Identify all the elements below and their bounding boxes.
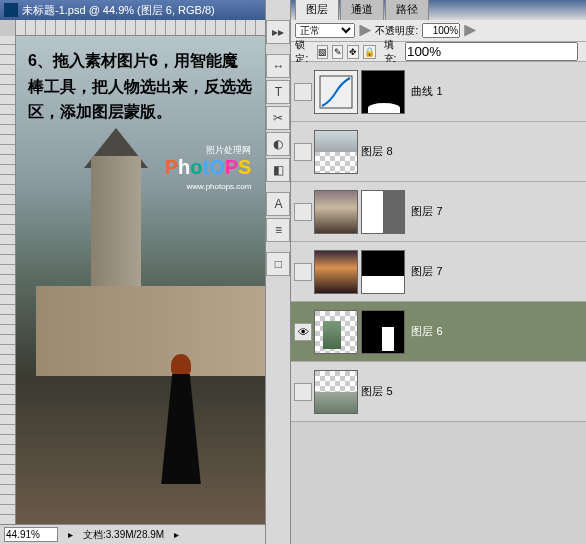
- layer-name[interactable]: 曲线 1: [411, 84, 442, 99]
- layers-list[interactable]: 曲线 1 图层 8 图层 7 图层 7 👁: [291, 62, 586, 544]
- fill-input[interactable]: [405, 42, 578, 61]
- expand-icon[interactable]: ▸▸: [266, 20, 290, 44]
- doc-size: 文档:3.39M/28.9M: [83, 528, 164, 542]
- curves-adjustment-icon: [314, 70, 358, 114]
- adjust-icon[interactable]: ◐: [266, 132, 290, 156]
- paragraph-icon[interactable]: ≡: [266, 218, 290, 242]
- ruler-horizontal[interactable]: [0, 20, 265, 36]
- visibility-eye-icon[interactable]: [294, 263, 312, 281]
- layer-thumb[interactable]: [314, 370, 358, 414]
- panels: 图层 通道 路径 正常 不透明度: 锁定: ▧ ✎ ✥ 🔒 填充:: [291, 0, 586, 544]
- titlebar[interactable]: 未标题-1.psd @ 44.9% (图层 6, RGB/8): [0, 0, 265, 20]
- layer-name[interactable]: 图层 8: [361, 144, 392, 159]
- vertical-toolbar: ▸▸ ↔ T ✂ ◐ ◧ A ≡ □: [265, 0, 291, 544]
- blend-row: 正常 不透明度:: [291, 20, 586, 42]
- panel-tabs: 图层 通道 路径: [291, 0, 586, 20]
- ruler-vertical[interactable]: [0, 36, 16, 524]
- crop-icon[interactable]: ✂: [266, 106, 290, 130]
- layer-name[interactable]: 图层 5: [361, 384, 392, 399]
- layer-row-7b[interactable]: 图层 7: [291, 242, 586, 302]
- layer-row-6[interactable]: 👁 图层 6: [291, 302, 586, 362]
- layer-mask-thumb[interactable]: [361, 250, 405, 294]
- blend-mode-select[interactable]: 正常: [295, 23, 355, 38]
- arrow-icon[interactable]: ▸: [68, 529, 73, 540]
- ruler-corner: [0, 20, 16, 36]
- visibility-eye-icon[interactable]: [294, 203, 312, 221]
- lock-pixels-icon[interactable]: ✎: [332, 45, 343, 59]
- statusbar: ▸ 文档:3.39M/28.9M ▸: [0, 524, 265, 544]
- visibility-eye-icon[interactable]: 👁: [294, 323, 312, 341]
- mask-icon[interactable]: ◧: [266, 158, 290, 182]
- layer-name[interactable]: 图层 6: [411, 324, 442, 339]
- tab-channels[interactable]: 通道: [340, 0, 384, 20]
- layer-row-curves[interactable]: 曲线 1: [291, 62, 586, 122]
- document-window: 未标题-1.psd @ 44.9% (图层 6, RGB/8) 6、拖入素材图片…: [0, 0, 265, 544]
- canvas[interactable]: 6、拖入素材图片6，用智能魔棒工具，把人物选出来，反选选区，添加图层蒙版。 照片…: [16, 36, 265, 524]
- layer-thumb[interactable]: [314, 190, 358, 234]
- figure-graphic: [156, 354, 206, 484]
- layer-thumb[interactable]: [314, 250, 358, 294]
- ps-icon: [4, 3, 18, 17]
- layer-mask-thumb[interactable]: [361, 310, 405, 354]
- move-icon[interactable]: ↔: [266, 54, 290, 78]
- layer-mask-thumb[interactable]: [361, 70, 405, 114]
- layer-mask-thumb[interactable]: [361, 190, 405, 234]
- zoom-input[interactable]: [4, 527, 58, 542]
- rect-icon[interactable]: □: [266, 252, 290, 276]
- lock-position-icon[interactable]: ✥: [347, 45, 358, 59]
- opacity-input[interactable]: [422, 23, 460, 38]
- visibility-eye-icon[interactable]: [294, 383, 312, 401]
- opacity-label: 不透明度:: [375, 24, 418, 38]
- ruler-h-scale: [16, 20, 265, 35]
- arrow-icon[interactable]: ▸: [174, 529, 179, 540]
- text-icon[interactable]: A: [266, 192, 290, 216]
- layer-row-7a[interactable]: 图层 7: [291, 182, 586, 242]
- visibility-eye-icon[interactable]: [294, 83, 312, 101]
- layer-name[interactable]: 图层 7: [411, 264, 442, 279]
- titlebar-text: 未标题-1.psd @ 44.9% (图层 6, RGB/8): [22, 3, 215, 18]
- tab-layers[interactable]: 图层: [295, 0, 339, 20]
- arrow-icon[interactable]: [464, 25, 476, 37]
- layer-row-8[interactable]: 图层 8: [291, 122, 586, 182]
- layer-name[interactable]: 图层 7: [411, 204, 442, 219]
- type-icon[interactable]: T: [266, 80, 290, 104]
- visibility-eye-icon[interactable]: [294, 143, 312, 161]
- photops-logo: PhotOPS: [165, 156, 252, 179]
- tab-paths[interactable]: 路径: [385, 0, 429, 20]
- layer-thumb[interactable]: [314, 310, 358, 354]
- layer-row-5[interactable]: 图层 5: [291, 362, 586, 422]
- logo-url: www.photops.com: [187, 182, 252, 191]
- instruction-text: 6、拖入素材图片6，用智能魔棒工具，把人物选出来，反选选区，添加图层蒙版。: [28, 48, 253, 125]
- layer-thumb[interactable]: [314, 130, 358, 174]
- lock-all-icon[interactable]: 🔒: [363, 45, 376, 59]
- arrow-icon[interactable]: [359, 25, 371, 37]
- lock-transparent-icon[interactable]: ▧: [317, 45, 328, 59]
- lock-row: 锁定: ▧ ✎ ✥ 🔒 填充:: [291, 42, 586, 62]
